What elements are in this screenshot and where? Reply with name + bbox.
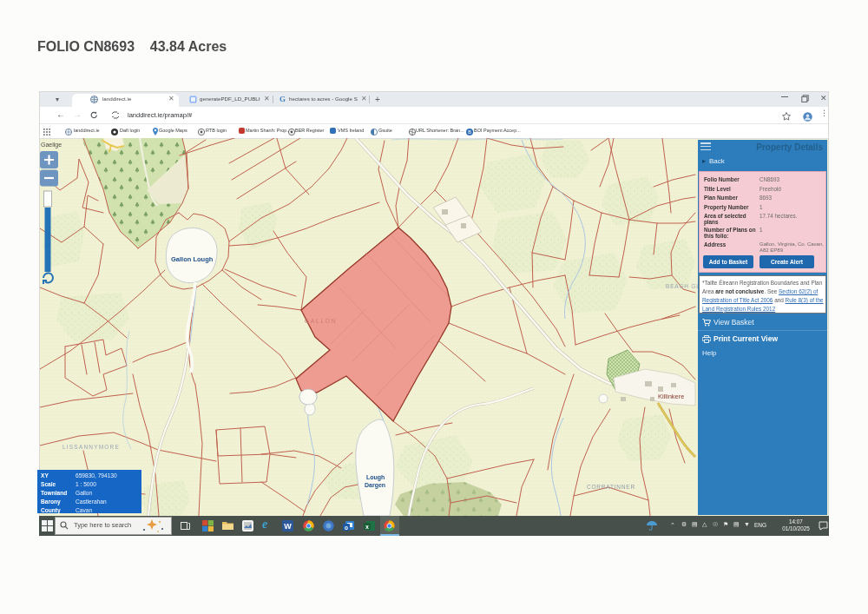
svg-text:BEAGH GL: BEAGH GL: [666, 283, 700, 289]
svg-text:CORRATINNER: CORRATINNER: [587, 484, 635, 490]
svg-text:Killinkere: Killinkere: [658, 393, 684, 400]
svg-text:Dargen: Dargen: [365, 482, 385, 489]
svg-text:Lough: Lough: [366, 474, 385, 481]
svg-text:LISSANNYMORE: LISSANNYMORE: [62, 444, 120, 450]
svg-text:x: x: [365, 524, 369, 530]
svg-text:B: B: [468, 129, 471, 135]
svg-text:Gallon Lough: Gallon Lough: [171, 255, 214, 263]
svg-text:W: W: [284, 522, 292, 531]
svg-text:o: o: [345, 525, 348, 531]
svg-text:Gaeilge: Gaeilge: [41, 142, 62, 149]
svg-text:GALLON: GALLON: [305, 318, 337, 324]
